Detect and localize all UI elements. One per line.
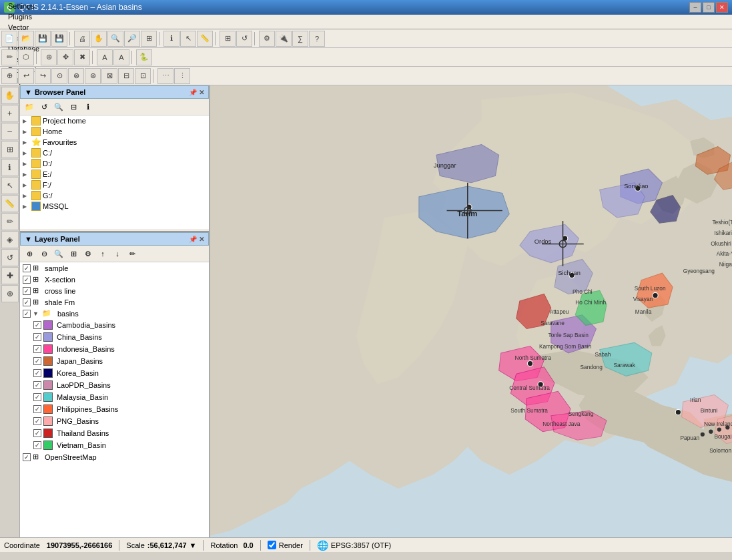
adv-btn-7[interactable]: ⊠ bbox=[101, 68, 117, 84]
plugins-btn[interactable]: 🔌 bbox=[276, 31, 292, 47]
digitize-btn[interactable]: ⊕ bbox=[41, 49, 57, 65]
settings-btn[interactable]: ⚙ bbox=[259, 31, 275, 47]
layers-up-btn[interactable]: ↑ bbox=[96, 247, 109, 260]
edit-pencil-btn[interactable]: ✏ bbox=[1, 49, 17, 65]
zoom-out-btn[interactable]: 🔎 bbox=[124, 31, 140, 47]
layers-panel-header[interactable]: ▼ Layers Panel 📌 ✕ bbox=[20, 232, 209, 246]
delete-btn[interactable]: ✖ bbox=[74, 49, 90, 65]
refresh-btn[interactable]: ↺ bbox=[236, 31, 252, 47]
browser-refresh-btn[interactable]: ↺ bbox=[37, 100, 51, 113]
browser-panel-close[interactable]: ✕ bbox=[199, 89, 204, 96]
layer-checkbox[interactable] bbox=[23, 276, 31, 284]
measure-tool-btn[interactable]: 📏 bbox=[1, 195, 19, 212]
layer-checkbox[interactable] bbox=[23, 310, 31, 318]
layer-item[interactable]: Cambodia_basins bbox=[20, 319, 209, 331]
print-btn[interactable]: 🖨 bbox=[74, 31, 90, 47]
adv-btn-3[interactable]: ↪ bbox=[35, 68, 51, 84]
edit-node-btn[interactable]: ⬡ bbox=[18, 49, 34, 65]
cross-tool-btn[interactable]: ✚ bbox=[1, 267, 19, 284]
layer-item[interactable]: ⊞cross line bbox=[20, 285, 209, 296]
adv-btn-8[interactable]: ⊟ bbox=[118, 68, 134, 84]
menu-item-settings[interactable]: Settings bbox=[3, 1, 49, 11]
layer-checkbox[interactable] bbox=[33, 357, 41, 365]
layers-group-btn[interactable]: ⊞ bbox=[67, 247, 80, 260]
layers-settings-btn[interactable]: ⚙ bbox=[81, 247, 95, 260]
browser-tree-item[interactable]: ▶⭐Favourites bbox=[20, 137, 209, 148]
adv-btn-2[interactable]: ↩ bbox=[18, 68, 34, 84]
minimize-button[interactable]: – bbox=[689, 2, 701, 13]
adv-btn-10[interactable]: ⋯ bbox=[157, 68, 173, 84]
layer-checkbox[interactable] bbox=[33, 429, 41, 437]
layers-panel-pin[interactable]: 📌 bbox=[189, 236, 197, 243]
browser-new-btn[interactable]: 📁 bbox=[23, 100, 36, 113]
identify-btn[interactable]: ℹ bbox=[163, 31, 179, 47]
layer-item[interactable]: Japan_Basins bbox=[20, 355, 209, 367]
maximize-button[interactable]: □ bbox=[703, 2, 715, 13]
zoom-in-btn[interactable]: 🔍 bbox=[107, 31, 123, 47]
layer-checkbox[interactable] bbox=[23, 298, 31, 306]
adv-btn-5[interactable]: ⊗ bbox=[68, 68, 84, 84]
layers-down-btn[interactable]: ↓ bbox=[111, 247, 124, 260]
annotation-btn[interactable]: A bbox=[113, 49, 129, 65]
map-area[interactable]: Tarim Ordos Songliao Junggar Sichuan Tes… bbox=[210, 85, 732, 537]
zoom-in-tool-btn[interactable]: + bbox=[1, 105, 19, 122]
layer-item[interactable]: China_Basins bbox=[20, 331, 209, 343]
open-project-btn[interactable]: 📂 bbox=[18, 31, 34, 47]
adv-btn-1[interactable]: ⊕ bbox=[1, 68, 17, 84]
layers-add-btn[interactable]: ⊕ bbox=[23, 247, 36, 260]
browser-tree-item[interactable]: ▶C:/ bbox=[20, 148, 209, 158]
gps-tool-btn[interactable]: ⊕ bbox=[1, 285, 19, 302]
layer-checkbox[interactable] bbox=[23, 287, 31, 295]
layers-panel-close[interactable]: ✕ bbox=[199, 236, 204, 243]
browser-tree-item[interactable]: ▶Home bbox=[20, 126, 209, 137]
pan-btn[interactable]: ✋ bbox=[91, 31, 107, 47]
browser-collapse-btn[interactable]: ⊟ bbox=[67, 100, 80, 113]
layer-checkbox[interactable] bbox=[33, 333, 41, 341]
adv-btn-4[interactable]: ⊙ bbox=[51, 68, 67, 84]
layer-checkbox[interactable] bbox=[33, 417, 41, 425]
save-as-btn[interactable]: 💾 bbox=[51, 31, 67, 47]
pan-tool-btn[interactable]: ✋ bbox=[1, 87, 19, 104]
layer-checkbox[interactable] bbox=[33, 393, 41, 401]
zoom-extent-btn[interactable]: ⊞ bbox=[1, 141, 19, 158]
layer-item[interactable]: ⊞X-section bbox=[20, 274, 209, 285]
select-btn[interactable]: ↖ bbox=[180, 31, 196, 47]
layer-item[interactable]: Philippines_Basins bbox=[20, 403, 209, 415]
python-btn[interactable]: 🐍 bbox=[136, 49, 152, 65]
render-checkbox[interactable] bbox=[268, 541, 276, 549]
scale-dropdown-icon[interactable]: ▼ bbox=[190, 541, 197, 549]
browser-filter-btn[interactable]: 🔍 bbox=[52, 100, 65, 113]
move-btn[interactable]: ✥ bbox=[57, 49, 73, 65]
layer-item[interactable]: ⊞OpenStreetMap bbox=[20, 451, 209, 463]
layers-filter-btn[interactable]: 🔍 bbox=[52, 247, 65, 260]
pencil-tool-btn[interactable]: ✏ bbox=[1, 213, 19, 230]
select-tool-btn[interactable]: ↖ bbox=[1, 177, 19, 194]
browser-tree-item[interactable]: ▶G:/ bbox=[20, 190, 209, 201]
rotate-tool-btn[interactable]: ↺ bbox=[1, 249, 19, 266]
layer-item[interactable]: Korea_Basin bbox=[20, 367, 209, 379]
close-button[interactable]: ✕ bbox=[716, 2, 728, 13]
layer-item[interactable]: Vietnam_Basin bbox=[20, 439, 209, 451]
zoom-full-btn[interactable]: ⊞ bbox=[141, 31, 157, 47]
menu-item-plugins[interactable]: Plugins bbox=[3, 11, 49, 22]
layer-item[interactable]: Indonesia_Basins bbox=[20, 343, 209, 355]
browser-tree-item[interactable]: ▶D:/ bbox=[20, 158, 209, 169]
layer-item[interactable]: PNG_Basins bbox=[20, 415, 209, 427]
browser-tree-item[interactable]: ▶F:/ bbox=[20, 180, 209, 190]
zoom-out-tool-btn[interactable]: – bbox=[1, 123, 19, 140]
layer-item[interactable]: Malaysia_Basin bbox=[20, 391, 209, 403]
layer-checkbox[interactable] bbox=[33, 405, 41, 413]
layer-item[interactable]: LaoPDR_Basins bbox=[20, 379, 209, 391]
browser-tree-item[interactable]: ▶E:/ bbox=[20, 169, 209, 180]
adv-btn-6[interactable]: ⊛ bbox=[85, 68, 101, 84]
adv-btn-9[interactable]: ⊡ bbox=[135, 68, 151, 84]
layer-checkbox[interactable] bbox=[33, 441, 41, 449]
browser-panel-header[interactable]: ▼ Browser Panel 📌 ✕ bbox=[20, 85, 209, 99]
layer-checkbox[interactable] bbox=[33, 381, 41, 389]
layer-item[interactable]: ⊞sample bbox=[20, 262, 209, 274]
layers-btn[interactable]: ⊞ bbox=[220, 31, 236, 47]
layer-checkbox[interactable] bbox=[33, 345, 41, 353]
label-btn[interactable]: A bbox=[97, 49, 113, 65]
identify-tool-btn[interactable]: ℹ bbox=[1, 159, 19, 176]
node-tool-btn[interactable]: ◈ bbox=[1, 231, 19, 248]
